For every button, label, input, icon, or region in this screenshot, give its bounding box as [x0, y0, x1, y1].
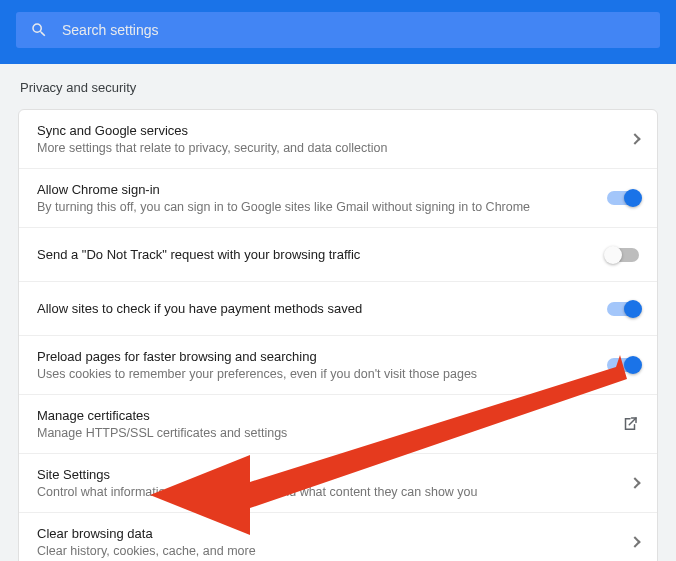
- row-do-not-track[interactable]: Send a "Do Not Track" request with your …: [19, 228, 657, 282]
- row-title: Allow Chrome sign-in: [37, 182, 599, 197]
- row-text: Send a "Do Not Track" request with your …: [37, 247, 599, 262]
- row-preload-pages[interactable]: Preload pages for faster browsing and se…: [19, 336, 657, 395]
- open-external-icon: [599, 415, 639, 433]
- row-title: Clear browsing data: [37, 526, 599, 541]
- row-text: Manage certificates Manage HTTPS/SSL cer…: [37, 408, 599, 440]
- row-text: Sync and Google services More settings t…: [37, 123, 599, 155]
- row-site-settings[interactable]: Site Settings Control what information w…: [19, 454, 657, 513]
- row-sub: Clear history, cookies, cache, and more: [37, 544, 599, 558]
- search-box[interactable]: [16, 12, 660, 48]
- search-input[interactable]: [62, 22, 646, 38]
- row-text: Allow Chrome sign-in By turning this off…: [37, 182, 599, 214]
- row-payment-methods[interactable]: Allow sites to check if you have payment…: [19, 282, 657, 336]
- row-sub: More settings that relate to privacy, se…: [37, 141, 599, 155]
- row-title: Manage certificates: [37, 408, 599, 423]
- chevron-right-icon: [599, 135, 639, 143]
- row-sync-google-services[interactable]: Sync and Google services More settings t…: [19, 110, 657, 169]
- row-text: Allow sites to check if you have payment…: [37, 301, 599, 316]
- row-title: Allow sites to check if you have payment…: [37, 301, 599, 316]
- toggle-preload-pages[interactable]: [607, 358, 639, 372]
- chevron-right-icon: [599, 479, 639, 487]
- header-bar: [0, 0, 676, 64]
- row-sub: Manage HTTPS/SSL certificates and settin…: [37, 426, 599, 440]
- section-title: Privacy and security: [18, 64, 658, 109]
- row-title: Preload pages for faster browsing and se…: [37, 349, 599, 364]
- toggle-payment-methods[interactable]: [607, 302, 639, 316]
- row-title: Sync and Google services: [37, 123, 599, 138]
- toggle-chrome-signin[interactable]: [607, 191, 639, 205]
- chevron-right-icon: [599, 538, 639, 546]
- row-text: Site Settings Control what information w…: [37, 467, 599, 499]
- content: Privacy and security Sync and Google ser…: [0, 64, 676, 561]
- row-title: Site Settings: [37, 467, 599, 482]
- row-sub: By turning this off, you can sign in to …: [37, 200, 599, 214]
- search-icon: [30, 21, 48, 39]
- row-sub: Uses cookies to remember your preference…: [37, 367, 599, 381]
- row-title: Send a "Do Not Track" request with your …: [37, 247, 599, 262]
- row-text: Clear browsing data Clear history, cooki…: [37, 526, 599, 558]
- row-clear-browsing-data[interactable]: Clear browsing data Clear history, cooki…: [19, 513, 657, 561]
- row-sub: Control what information websites can us…: [37, 485, 599, 499]
- row-text: Preload pages for faster browsing and se…: [37, 349, 599, 381]
- settings-card: Sync and Google services More settings t…: [18, 109, 658, 561]
- row-manage-certificates[interactable]: Manage certificates Manage HTTPS/SSL cer…: [19, 395, 657, 454]
- toggle-do-not-track[interactable]: [607, 248, 639, 262]
- row-allow-chrome-signin[interactable]: Allow Chrome sign-in By turning this off…: [19, 169, 657, 228]
